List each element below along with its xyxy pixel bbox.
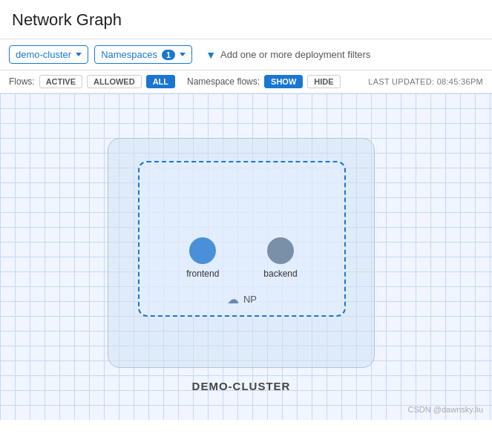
namespace-flows-label: Namespace flows: — [187, 76, 260, 87]
flow-all-button[interactable]: ALL — [146, 75, 175, 88]
page-title: Network Graph — [12, 10, 480, 30]
backend-node-circle — [267, 237, 294, 264]
backend-node[interactable]: backend — [263, 237, 297, 279]
cluster-dropdown[interactable]: demo-cluster — [9, 45, 88, 64]
cluster-container: frontend backend ☁ NP DEMO-CLUSTER — [108, 138, 375, 368]
ns-show-button[interactable]: SHOW — [264, 75, 303, 88]
watermark: CSDN @dawnsky.liu — [408, 405, 483, 414]
frontend-node-circle — [189, 237, 216, 264]
frontend-node-label: frontend — [186, 269, 219, 279]
frontend-node[interactable]: frontend — [186, 237, 219, 279]
filter-placeholder: Add one or more deployment filters — [220, 49, 370, 60]
np-label: ☁ NP — [227, 292, 257, 306]
last-updated-label: LAST UPDATED: 08:45:36PM — [368, 77, 483, 86]
network-graph-canvas[interactable]: frontend backend ☁ NP DEMO-CLUSTER CSDN … — [0, 93, 492, 420]
nodes-row: frontend backend — [186, 237, 297, 279]
np-text: NP — [243, 294, 257, 305]
flow-controls: Flows: ACTIVE ALLOWED ALL — [9, 75, 175, 88]
namespace-count-badge: 1 — [162, 50, 175, 60]
cluster-label: DEMO-CLUSTER — [192, 380, 291, 392]
namespace-chevron-icon — [180, 53, 186, 56]
backend-node-label: backend — [263, 269, 297, 279]
flow-active-button[interactable]: ACTIVE — [39, 75, 82, 88]
flow-allowed-button[interactable]: ALLOWED — [87, 75, 142, 88]
flows-label: Flows: — [9, 76, 35, 87]
namespace-dropdown[interactable]: Namespaces 1 — [94, 45, 192, 64]
cloud-icon: ☁ — [227, 292, 239, 306]
controls-bar: Flows: ACTIVE ALLOWED ALL Namespace flow… — [0, 70, 492, 93]
namespace-box: frontend backend ☁ NP — [138, 161, 346, 317]
ns-hide-button[interactable]: HIDE — [307, 75, 340, 88]
controls-left: Flows: ACTIVE ALLOWED ALL Namespace flow… — [9, 75, 341, 88]
toolbar: demo-cluster Namespaces 1 ▼ Add one or m… — [0, 39, 492, 70]
namespace-label: Namespaces — [101, 49, 157, 60]
cluster-name: demo-cluster — [16, 49, 71, 60]
namespace-flow-controls: Namespace flows: SHOW HIDE — [187, 75, 341, 88]
cluster-chevron-icon — [76, 53, 82, 56]
filter-icon: ▼ — [206, 49, 216, 61]
deployment-filter-button[interactable]: ▼ Add one or more deployment filters — [198, 46, 378, 64]
header: Network Graph — [0, 0, 492, 39]
